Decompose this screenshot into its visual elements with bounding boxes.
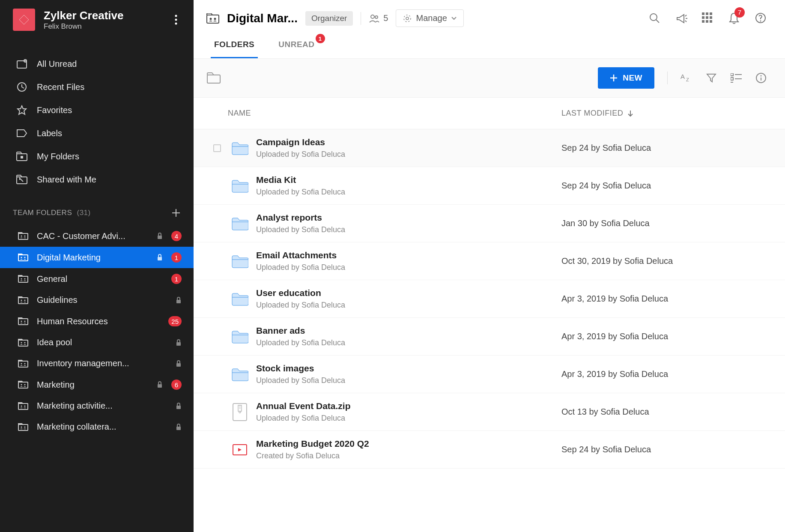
svg-point-83 <box>761 75 762 77</box>
svg-rect-51 <box>207 15 219 23</box>
team-folder-item[interactable]: Idea pool <box>0 332 194 353</box>
label-icon <box>16 128 27 139</box>
nav-item-shared[interactable]: Shared with Me <box>0 168 194 191</box>
team-folder-item[interactable]: Marketing collatera... <box>0 416 194 437</box>
tab-folders[interactable]: FOLDERS <box>211 40 258 58</box>
file-row[interactable]: Media KitUploaded by Sofia DelucaSep 24 … <box>194 167 785 205</box>
nav-label: All Unread <box>37 59 77 69</box>
svg-marker-76 <box>707 74 716 82</box>
row-subtitle: Uploaded by Sofia Deluca <box>256 376 561 385</box>
svg-rect-34 <box>176 342 181 346</box>
team-folder-icon <box>18 339 28 347</box>
help-icon[interactable] <box>755 12 767 24</box>
tab-label: FOLDERS <box>214 40 254 49</box>
manage-label: Manage <box>416 13 447 23</box>
svg-point-45 <box>24 405 26 406</box>
svg-rect-9 <box>21 156 23 158</box>
svg-rect-60 <box>702 12 704 15</box>
apps-grid-icon[interactable] <box>702 12 714 24</box>
manage-button[interactable]: Manage <box>396 9 463 27</box>
row-modified: Apr 3, 2019 by Sofia Deluca <box>561 369 767 379</box>
lock-icon <box>157 381 163 388</box>
org-info[interactable]: Zylker Creative Felix Brown <box>44 9 163 31</box>
star-icon <box>16 105 27 116</box>
org-logo[interactable] <box>13 9 35 31</box>
breadcrumb-folder-icon[interactable] <box>206 72 221 84</box>
team-folder-label: Idea pool <box>37 338 167 347</box>
svg-marker-7 <box>18 106 26 114</box>
file-row[interactable]: Email AttachmentsUploaded by Sofia Deluc… <box>194 242 785 280</box>
tab-unread[interactable]: UNREAD1 <box>275 40 318 58</box>
file-row[interactable]: Campaign IdeasUploaded by Sofia DelucaSe… <box>194 129 785 167</box>
file-row[interactable]: Stock imagesUploaded by Sofia DelucaApr … <box>194 356 785 393</box>
file-row[interactable]: Banner adsUploaded by Sofia DelucaApr 3,… <box>194 318 785 356</box>
members-count[interactable]: 5 <box>369 13 388 23</box>
nav-item-star[interactable]: Favorites <box>0 99 194 122</box>
team-folder-item[interactable]: Guidelines <box>0 290 194 311</box>
svg-point-36 <box>21 363 22 364</box>
kebab-menu-icon[interactable] <box>171 11 181 28</box>
row-modified: Oct 13 by Sofia Deluca <box>561 407 767 417</box>
row-name: Annual Event Data.zip <box>256 401 561 411</box>
nav-item-label[interactable]: Labels <box>0 122 194 145</box>
nav-item-recent[interactable]: Recent Files <box>0 75 194 99</box>
svg-point-53 <box>214 18 216 20</box>
sort-az-icon[interactable]: AZ <box>681 72 692 84</box>
team-folder-item[interactable]: Human Resources25 <box>0 311 194 332</box>
toolbar: NEW AZ <box>194 59 785 98</box>
svg-rect-24 <box>18 298 28 304</box>
new-button[interactable]: NEW <box>598 67 654 89</box>
filter-icon[interactable] <box>705 72 717 84</box>
svg-rect-35 <box>18 361 28 367</box>
info-icon[interactable] <box>755 72 767 84</box>
row-info: Analyst reportsUploaded by Sofia Deluca <box>252 212 561 234</box>
svg-rect-16 <box>158 236 162 239</box>
svg-rect-64 <box>706 16 708 19</box>
row-name: Analyst reports <box>256 212 561 223</box>
announce-icon[interactable] <box>675 12 687 24</box>
team-folder-item[interactable]: Marketing6 <box>0 374 194 395</box>
page-title: Digital Mar... <box>227 12 298 25</box>
file-row[interactable]: User educationUploaded by Sofia DelucaAp… <box>194 280 785 318</box>
svg-rect-21 <box>18 276 28 282</box>
row-name: Campaign Ideas <box>256 137 561 147</box>
table-header: NAME LAST MODIFIED <box>194 98 785 129</box>
svg-point-91 <box>239 411 241 413</box>
team-folder-icon <box>18 423 28 431</box>
team-folder-item[interactable]: Digital Marketing1 <box>0 247 194 268</box>
row-modified: Sep 24 by Sofia Deluca <box>561 445 767 454</box>
sidebar-header: Zylker Creative Felix Brown <box>0 0 194 39</box>
team-folder-item[interactable]: General1 <box>0 268 194 290</box>
svg-point-52 <box>210 18 212 20</box>
nav-item-myfolders[interactable]: My Folders <box>0 145 194 168</box>
team-folders-count: (31) <box>77 209 90 217</box>
svg-rect-43 <box>18 403 28 409</box>
row-checkbox[interactable] <box>213 144 221 152</box>
column-modified[interactable]: LAST MODIFIED <box>561 109 767 118</box>
svg-point-49 <box>24 426 26 427</box>
row-info: Campaign IdeasUploaded by Sofia Deluca <box>252 137 561 159</box>
search-icon[interactable] <box>649 12 661 24</box>
svg-rect-66 <box>702 20 704 23</box>
column-name[interactable]: NAME <box>228 109 561 118</box>
row-subtitle: Uploaded by Sofia Deluca <box>256 301 561 310</box>
file-row[interactable]: Annual Event Data.zipUploaded by Sofia D… <box>194 393 785 431</box>
unread-icon <box>16 58 27 69</box>
nav-item-unread[interactable]: All Unread <box>0 52 194 75</box>
notifications-icon[interactable]: 7 <box>728 12 740 24</box>
file-row[interactable]: Marketing Budget 2020 Q2Created by Sofia… <box>194 431 785 469</box>
row-modified: Apr 3, 2019 by Sofia Deluca <box>561 294 767 304</box>
team-folder-item[interactable]: CAC - Customer Advi...4 <box>0 225 194 247</box>
view-list-icon[interactable] <box>730 72 742 84</box>
notifications-badge: 7 <box>734 7 745 18</box>
file-row[interactable]: Analyst reportsUploaded by Sofia DelucaJ… <box>194 205 785 242</box>
row-name: Email Attachments <box>256 250 561 260</box>
add-team-folder-icon[interactable] <box>171 208 181 218</box>
svg-rect-28 <box>18 319 28 325</box>
row-subtitle: Uploaded by Sofia Deluca <box>256 263 561 272</box>
file-list: Campaign IdeasUploaded by Sofia DelucaSe… <box>194 129 785 469</box>
team-folder-item[interactable]: Inventory managemen... <box>0 353 194 374</box>
svg-point-19 <box>24 257 26 258</box>
team-folder-item[interactable]: Marketing activitie... <box>0 395 194 416</box>
shared-icon <box>16 174 27 185</box>
